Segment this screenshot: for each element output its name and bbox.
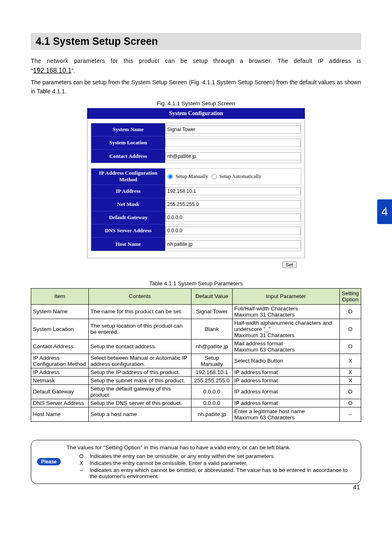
input-hostname[interactable] bbox=[165, 240, 301, 248]
col-default: Default Value bbox=[191, 288, 233, 304]
col-option: Setting Option bbox=[340, 288, 361, 304]
table-row: DNS Server AddressSetup the DNS server o… bbox=[31, 399, 361, 407]
label-ip-method: IP Address Configuration Method bbox=[91, 169, 165, 185]
input-contact-address[interactable] bbox=[165, 152, 301, 160]
col-input: Input Parameter bbox=[233, 288, 340, 304]
legend-symbol: X bbox=[76, 460, 86, 466]
label-hostname: Host Name bbox=[91, 238, 165, 251]
table-row: Host NameSetup a host namenh.patlite.jpE… bbox=[31, 407, 361, 421]
col-contents: Contents bbox=[89, 288, 191, 304]
intro-p1a: The network parameters for this product … bbox=[31, 58, 361, 74]
label-ip-address: IP Address bbox=[91, 185, 165, 198]
label-system-location: System Location bbox=[91, 136, 165, 150]
legend-symbol: O bbox=[76, 453, 86, 459]
label-contact-address: Contact Address bbox=[91, 150, 165, 163]
radio-manual[interactable] bbox=[168, 174, 173, 179]
config-title: System Configuration bbox=[87, 108, 305, 119]
intro-p1b: ". bbox=[71, 67, 75, 74]
table-row: System LocationThe setup location of thi… bbox=[31, 319, 361, 339]
note-lead: The values for "Setting Option" in this … bbox=[67, 444, 357, 451]
label-netmask: Net Mask bbox=[91, 198, 165, 211]
input-system-name[interactable] bbox=[165, 125, 301, 134]
table-row: Default GatewaySetup the default gateway… bbox=[31, 384, 361, 399]
label-system-name: System Name bbox=[91, 123, 165, 136]
config-table-2: IP Address Configuration Method Setup Ma… bbox=[91, 168, 301, 251]
radio-auto[interactable] bbox=[212, 174, 217, 179]
figure-caption: Fig. 4.1.1 System Setup Screen bbox=[31, 100, 361, 106]
section-heading: 4.1 System Setup Screen bbox=[31, 33, 361, 50]
label-gateway: Default Gateway bbox=[91, 211, 165, 224]
table-row: Contact AddressSetup the contact address… bbox=[31, 339, 361, 354]
radio-manual-label: Setup Manually bbox=[175, 173, 208, 180]
page-number: 41 bbox=[353, 483, 360, 490]
input-system-location[interactable] bbox=[165, 139, 301, 147]
figure-screenshot: System Configuration System Name System … bbox=[87, 108, 305, 268]
col-item: Item bbox=[31, 288, 89, 304]
input-gateway[interactable] bbox=[165, 213, 301, 222]
set-button[interactable]: Set bbox=[282, 261, 297, 268]
table-row: NetmaskSetup the subnet mask of this pro… bbox=[31, 376, 361, 384]
input-ip-address[interactable] bbox=[165, 187, 301, 195]
parameter-table: Item Contents Default Value Input Parame… bbox=[31, 288, 361, 422]
intro-p2: The parameters can be setup from the Sys… bbox=[31, 78, 361, 96]
radio-auto-label: Setup Automatically bbox=[219, 173, 261, 180]
table-row: System NameThe name for this product can… bbox=[31, 304, 361, 319]
config-table-1: System Name System Location Contact Addr… bbox=[91, 123, 301, 163]
legend-text: Indicates the entry cannot be omissible.… bbox=[90, 460, 357, 466]
label-dns: DNS Server Address bbox=[91, 224, 165, 238]
legend-text: Indicates an entry which cannot be omitt… bbox=[90, 467, 357, 479]
please-pill: Please bbox=[37, 458, 61, 465]
table-caption: Table 4.1.1 System Setup Parameters bbox=[31, 280, 361, 287]
input-dns[interactable] bbox=[165, 227, 301, 235]
chapter-tab: 4 bbox=[377, 199, 392, 224]
legend-text: Indicates the entry can be omissible, or… bbox=[90, 453, 357, 459]
table-row: IP AddressSetup the IP address of this p… bbox=[31, 368, 361, 376]
legend-symbol: – bbox=[76, 467, 86, 479]
table-row: IP Address Configuration MethodSelect be… bbox=[31, 354, 361, 368]
default-ip-link[interactable]: 192.168.10.1 bbox=[33, 67, 71, 74]
input-netmask[interactable] bbox=[165, 200, 301, 208]
intro-block: The network parameters for this product … bbox=[31, 56, 361, 96]
please-note-box: Please The values for "Setting Option" i… bbox=[31, 440, 361, 484]
